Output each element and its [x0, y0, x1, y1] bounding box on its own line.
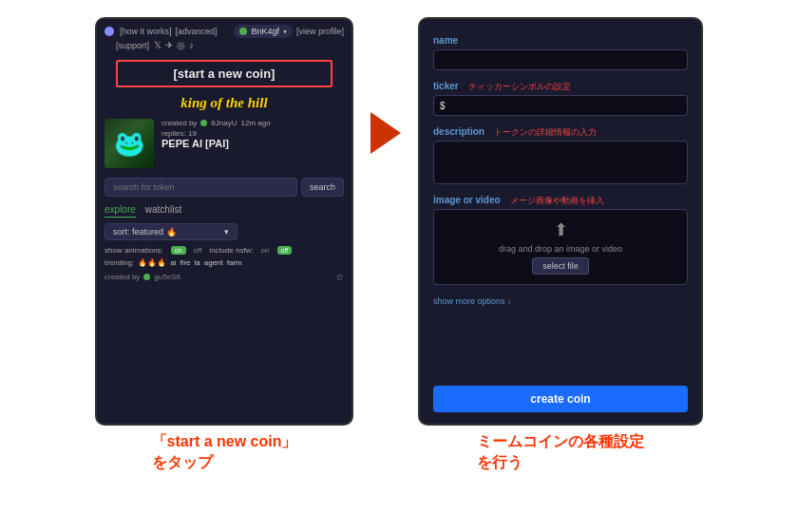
search-area: search [97, 172, 352, 202]
description-field-group: description トークンの詳細情報の入力 [433, 122, 688, 184]
search-button[interactable]: search [301, 178, 344, 197]
drop-text: drag and drop an image or video [499, 244, 622, 254]
show-more-options[interactable]: show more options ↓ [433, 291, 688, 308]
create-coin-button[interactable]: create coin [433, 386, 688, 412]
created-by-row: created by gu5eS8 ☆ [97, 269, 352, 285]
trend-farm[interactable]: farm [227, 258, 242, 267]
star-icon[interactable]: ☆ [335, 272, 344, 282]
tab-explore[interactable]: explore [104, 204, 136, 218]
search-input[interactable] [104, 178, 297, 197]
header-top-row: [how it works] [advanced] BnK4gf ▾ [view… [104, 25, 344, 38]
image-field-label: image or video [433, 195, 501, 205]
include-nsfw-label: include nsfw: [209, 246, 253, 255]
image-field-group: image or video メージ画像や動画を挿入 ⬆ drag and dr… [433, 190, 688, 285]
coin-meta: created by 8JnayU 12m ago [162, 119, 344, 127]
right-arrow-icon [370, 112, 401, 154]
created-by-label2: created by [104, 273, 140, 281]
arrow-container [370, 17, 401, 154]
tab-watchlist[interactable]: watchlist [145, 204, 181, 218]
twitter-icon[interactable]: 𝕏 [154, 40, 162, 50]
coin-info: created by 8JnayU 12m ago replies: 19 PE… [162, 119, 344, 149]
time-ago: 12m ago [240, 119, 270, 127]
show-more-link[interactable]: show more options ↓ [433, 296, 512, 306]
upload-icon: ⬆ [554, 219, 568, 240]
description-label-row: description トークンの詳細情報の入力 [433, 122, 688, 139]
header-links-left: [how it works] [advanced] [104, 27, 218, 36]
phone-header: [how it works] [advanced] BnK4gf ▾ [view… [97, 19, 352, 54]
show-animations-label: show animations: [104, 246, 163, 255]
trend-la[interactable]: la [195, 258, 200, 267]
right-caption-text: ミームコインの各種設定を行う [477, 431, 644, 474]
left-caption-text: 「start a new coin」をタップ [152, 431, 297, 474]
ticker-label-row: ticker ティッカーシンボルの設定 [433, 76, 688, 93]
header-social-row: [support] 𝕏 ✈ ◎ ♪ [104, 40, 344, 50]
options-row: show animations: on off include nsfw: on… [97, 244, 352, 256]
right-section: name ticker ティッカーシンボルの設定 $ description [418, 17, 703, 474]
created-by-label: created by [162, 119, 197, 127]
trending-label: trending: [104, 258, 134, 267]
left-phone-frame: [how it works] [advanced] BnK4gf ▾ [view… [95, 17, 353, 426]
ticker-row: $ [433, 95, 688, 116]
tabs-row: explore watchlist [97, 202, 352, 219]
nsfw-on-toggle[interactable]: on [261, 246, 270, 255]
ticker-annotation: ティッカーシンボルの設定 [468, 82, 571, 91]
sort-label: sort: featured 🔥 [113, 227, 177, 237]
trend-fire2[interactable]: fire [180, 258, 190, 267]
main-container: [how it works] [advanced] BnK4gf ▾ [view… [0, 0, 798, 532]
name-input[interactable] [433, 49, 688, 70]
trend-agent[interactable]: agent [204, 258, 223, 267]
animations-on-toggle[interactable]: on [171, 246, 186, 255]
creator2-dot [143, 274, 150, 280]
name-label: name [433, 30, 688, 48]
pill-icon [104, 27, 114, 36]
instagram-icon[interactable]: ◎ [177, 40, 185, 50]
coin-replies: replies: 19 [162, 129, 344, 138]
support-link[interactable]: [support] [116, 41, 149, 50]
description-annotation: トークンの詳細情報の入力 [494, 127, 597, 137]
name-field-label: name [433, 35, 458, 46]
ticker-field-group: ticker ティッカーシンボルの設定 $ [433, 76, 688, 116]
header-right: BnK4gf ▾ [view profile] [234, 25, 344, 38]
start-coin-button[interactable]: [start a new coin] [116, 60, 332, 87]
left-caption: 「start a new coin」をタップ [152, 431, 297, 474]
ticker-input[interactable] [451, 95, 688, 116]
image-annotation: メージ画像や動画を挿入 [510, 196, 604, 205]
trend-fire[interactable]: 🔥🔥🔥 [138, 258, 166, 267]
animations-off-toggle[interactable]: off [194, 246, 202, 255]
right-caption: ミームコインの各種設定を行う [477, 431, 644, 474]
sort-dropdown[interactable]: sort: featured 🔥 ▾ [104, 223, 238, 240]
name-field-group: name [433, 30, 688, 70]
select-file-button[interactable]: select file [532, 257, 589, 275]
coin-card: 🐸 created by 8JnayU 12m ago replies: 19 … [97, 115, 352, 172]
ticker-prefix: $ [433, 95, 451, 116]
trending-row: trending: 🔥🔥🔥 ai fire la agent farm [97, 256, 352, 269]
dropdown-arrow-icon: ▾ [283, 28, 287, 36]
creator2-name: gu5eS8 [154, 273, 180, 281]
telegram-icon[interactable]: ✈ [165, 40, 173, 50]
sort-row: sort: featured 🔥 ▾ [97, 219, 352, 244]
image-drop-area[interactable]: ⬆ drag and drop an image or video select… [433, 209, 688, 285]
creator-name: 8JnayU [211, 119, 237, 127]
tiktok-icon[interactable]: ♪ [189, 40, 194, 50]
advanced-link[interactable]: [advanced] [176, 27, 218, 36]
left-section: [how it works] [advanced] BnK4gf ▾ [view… [95, 17, 353, 474]
sort-chevron-icon: ▾ [224, 227, 229, 237]
coin-image: 🐸 [104, 119, 154, 168]
king-of-hill-text: king of the hill [97, 95, 352, 111]
form-frame: name ticker ティッカーシンボルの設定 $ description [418, 17, 703, 426]
description-input[interactable] [433, 141, 688, 184]
image-label-row: image or video メージ画像や動画を挿入 [433, 190, 688, 207]
social-icons: 𝕏 ✈ ◎ ♪ [154, 40, 194, 50]
coin-thumbnail: 🐸 [104, 119, 154, 168]
description-field-label: description [433, 126, 484, 137]
trend-ai[interactable]: ai [170, 258, 176, 267]
how-it-works-link[interactable]: [how it works] [120, 27, 172, 36]
creator-status-dot [200, 120, 207, 126]
user-status-dot [239, 28, 247, 35]
nsfw-off-toggle[interactable]: off [277, 246, 293, 255]
ticker-field-label: ticker [433, 81, 459, 91]
coin-name: PEPE AI [PAI] [162, 138, 344, 149]
user-badge[interactable]: BnK4gf ▾ [234, 25, 293, 38]
view-profile-link[interactable]: [view profile] [296, 27, 344, 36]
pepe-emoji-icon: 🐸 [114, 129, 144, 159]
